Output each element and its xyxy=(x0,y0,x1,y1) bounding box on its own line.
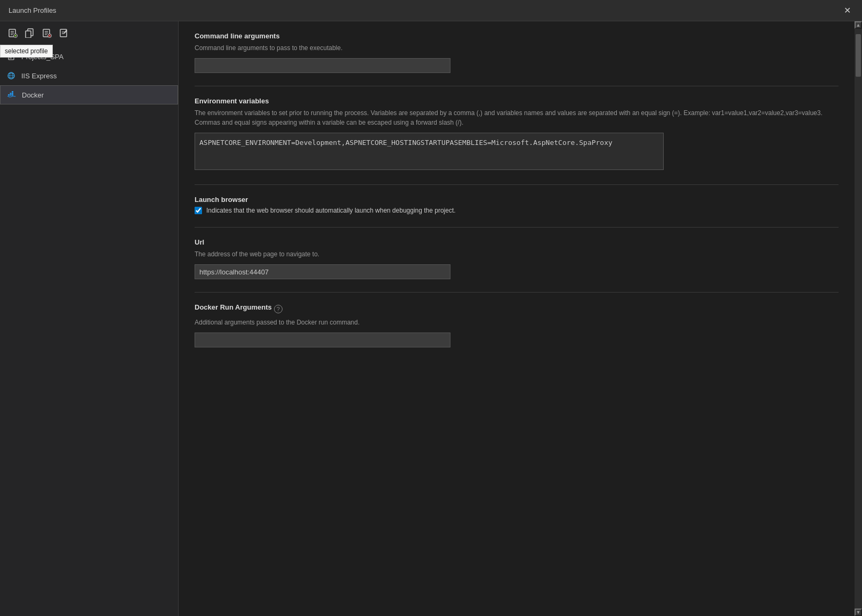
divider-2 xyxy=(195,184,839,185)
window-title: Launch Profiles xyxy=(9,6,57,14)
command-line-args-input[interactable] xyxy=(195,58,450,73)
docker-icon xyxy=(7,90,17,100)
divider-4 xyxy=(195,292,839,293)
url-title: Url xyxy=(195,238,839,246)
toolbar: selected profile xyxy=(0,21,178,45)
docker-run-args-help-icon[interactable]: ? xyxy=(274,305,283,313)
docker-run-args-desc: Additional arguments passed to the Docke… xyxy=(195,318,839,327)
sidebar: selected profile Projects_SPA xyxy=(0,21,179,616)
rename-profile-icon xyxy=(59,28,69,38)
svg-rect-8 xyxy=(26,31,31,38)
docker-run-args-section: Docker Run Arguments ? Additional argume… xyxy=(195,303,839,347)
launch-browser-section: Launch browser Indicates that the web br… xyxy=(195,196,839,214)
rename-profile-button[interactable] xyxy=(57,26,71,40)
svg-rect-29 xyxy=(10,94,12,96)
delete-profile-icon xyxy=(42,28,52,38)
scrollbar-thumb[interactable] xyxy=(856,34,861,77)
title-bar: Launch Profiles ✕ xyxy=(0,0,862,21)
copy-profile-button[interactable] xyxy=(22,26,37,40)
url-section: Url The address of the web page to navig… xyxy=(195,238,839,279)
svg-rect-28 xyxy=(8,94,10,96)
scroll-down-button[interactable]: ▼ xyxy=(855,609,862,616)
launch-browser-title: Launch browser xyxy=(195,196,839,204)
globe-icon xyxy=(6,71,16,80)
divider-1 xyxy=(195,86,839,86)
env-vars-desc: The environment variables to set prior t… xyxy=(195,108,839,127)
command-line-args-title: Command line arguments xyxy=(195,32,839,40)
svg-rect-33 xyxy=(12,91,13,93)
docker-run-args-title: Docker Run Arguments xyxy=(195,303,272,311)
tree-icon xyxy=(6,52,16,61)
profile-item-docker[interactable]: Docker xyxy=(0,85,178,104)
divider-3 xyxy=(195,227,839,228)
scroll-up-button[interactable]: ▲ xyxy=(855,21,862,29)
profile-name-docker: Docker xyxy=(22,91,44,99)
svg-rect-32 xyxy=(12,93,13,94)
scrollbar: ▲ ▼ xyxy=(855,21,862,616)
docker-run-args-input[interactable] xyxy=(195,333,450,347)
env-vars-textarea[interactable]: ASPNETCORE_ENVIRONMENT=Development,ASPNE… xyxy=(195,133,664,170)
profile-name-iis-express: IIS Express xyxy=(21,72,57,80)
svg-rect-31 xyxy=(10,93,12,94)
env-vars-title: Environment variables xyxy=(195,97,839,105)
profile-item-projects-spa[interactable]: Projects_SPA xyxy=(0,47,178,66)
delete-profile-button[interactable] xyxy=(39,26,54,40)
profile-list: Projects_SPA IIS Express xyxy=(0,45,178,616)
url-input[interactable] xyxy=(195,264,450,279)
command-line-args-desc: Command line arguments to pass to the ex… xyxy=(195,43,839,53)
svg-rect-16 xyxy=(60,29,67,37)
profile-item-iis-express[interactable]: IIS Express xyxy=(0,66,178,85)
main-layout: selected profile Projects_SPA xyxy=(0,21,862,616)
launch-browser-checkbox-row: Indicates that the web browser should au… xyxy=(195,207,839,214)
command-line-args-section: Command line arguments Command line argu… xyxy=(195,32,839,73)
url-desc: The address of the web page to navigate … xyxy=(195,249,839,259)
close-button[interactable]: ✕ xyxy=(841,4,853,17)
launch-browser-checkbox[interactable] xyxy=(195,207,202,214)
launch-browser-label: Indicates that the web browser should au… xyxy=(206,207,456,214)
copy-profile-icon xyxy=(25,28,35,38)
profile-name-projects-spa: Projects_SPA xyxy=(21,53,63,61)
new-profile-button[interactable] xyxy=(5,26,20,40)
env-vars-section: Environment variables The environment va… xyxy=(195,97,839,172)
content-area: Command line arguments Command line argu… xyxy=(179,21,855,616)
scrollbar-track xyxy=(855,29,862,609)
svg-rect-30 xyxy=(12,94,13,96)
new-profile-icon xyxy=(7,28,18,38)
